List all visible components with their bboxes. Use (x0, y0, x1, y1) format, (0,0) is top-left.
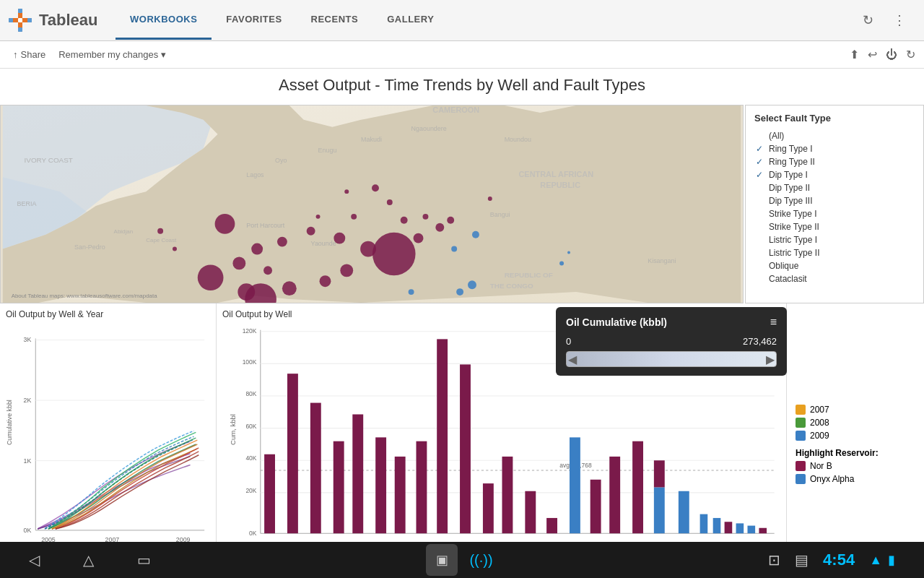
fault-item-ring1[interactable]: ✓ Ring Type I (754, 142, 915, 155)
svg-point-82 (451, 246, 457, 252)
toolbar-right: ⬆ ↩ ⏻ ↻ (850, 48, 915, 61)
screenshot-button[interactable]: ⊡ (768, 551, 780, 569)
svg-rect-4 (27, 18, 32, 22)
slider-title: Oil Cumulative (kbbl) (566, 316, 667, 328)
svg-text:120K: 120K (243, 327, 257, 335)
power-icon[interactable]: ⏻ (886, 48, 897, 61)
svg-text:Enugu: Enugu (318, 147, 337, 154)
logo-area: Tableau (7, 7, 116, 33)
fault-panel-title: Select Fault Type (754, 113, 915, 124)
display-button[interactable]: ▤ (795, 551, 808, 569)
svg-text:IVORY COAST: IVORY COAST (25, 156, 73, 164)
back-button[interactable]: ◁ (29, 551, 40, 569)
legend-year-2007: 2007 (796, 405, 915, 415)
screen-capture-button[interactable]: ▣ (426, 544, 458, 576)
slider-track[interactable]: ◀ ▶ (566, 351, 777, 367)
fault-item-strike1[interactable]: Strike Type I (754, 207, 915, 220)
svg-text:80K: 80K (245, 390, 256, 397)
svg-point-29 (372, 233, 416, 276)
tab-favorites[interactable]: FAVORITES (212, 1, 296, 40)
svg-point-51 (387, 199, 393, 205)
svg-point-35 (320, 275, 331, 287)
fault-item-cataclasit[interactable]: Cataclasit (754, 272, 915, 285)
svg-rect-3 (9, 18, 13, 22)
toolbar: ↑ Share Remember my changes ▾ ⬆ ↩ ⏻ ↻ (0, 41, 924, 69)
slider-left-arrow[interactable]: ◀ (568, 353, 577, 366)
fault-item-strike2[interactable]: Strike Type II (754, 220, 915, 233)
fault-check-strike2 (754, 222, 764, 232)
undo-icon[interactable]: ↩ (868, 48, 877, 61)
svg-text:REPUBLIC: REPUBLIC (540, 181, 580, 189)
svg-text:Cape Coast: Cape Coast (146, 237, 177, 243)
svg-rect-6 (18, 18, 22, 22)
svg-text:THE CONGO: THE CONGO (490, 282, 533, 290)
remember-changes-button[interactable]: Remember my changes ▾ (54, 46, 170, 63)
fault-item-dip3[interactable]: Dip Type III (754, 194, 915, 207)
svg-point-32 (198, 264, 224, 290)
battery-icon: ▮ (888, 552, 895, 568)
svg-rect-2 (18, 9, 22, 13)
svg-rect-141 (725, 522, 733, 533)
clock-display: 4:54 (823, 551, 855, 569)
recents-button[interactable]: ▭ (137, 551, 151, 569)
wifi-icon: ((·)) (469, 552, 492, 569)
android-nav-left: ◁ △ ▭ (29, 551, 151, 569)
svg-point-71 (456, 288, 463, 296)
tab-workbooks[interactable]: WORKBOOKS (116, 1, 212, 40)
upload-icon[interactable]: ⬆ (850, 48, 859, 61)
main-content: Asset Output - Time Trends by Well and F… (0, 69, 924, 577)
refresh-icon[interactable]: ↻ (858, 10, 878, 30)
svg-point-43 (251, 243, 263, 255)
svg-point-37 (360, 241, 376, 257)
svg-text:Cum, kbbl: Cum, kbbl (229, 414, 237, 445)
fault-check-all (754, 131, 764, 141)
svg-point-41 (307, 227, 315, 236)
tab-recents[interactable]: RECENTS (297, 1, 373, 40)
svg-point-40 (334, 233, 345, 244)
svg-point-52 (372, 184, 379, 191)
tab-gallery[interactable]: GALLERY (372, 1, 448, 40)
svg-rect-137 (654, 460, 665, 487)
fault-item-listric2[interactable]: Listric Type II (754, 246, 915, 259)
wifi-status-icon: ▲ (869, 553, 882, 568)
fault-item-ring2[interactable]: ✓ Ring Type II (754, 155, 915, 168)
legend-color-2008 (796, 418, 806, 428)
fault-item-listric1[interactable]: Listric Type I (754, 233, 915, 246)
svg-point-47 (422, 214, 428, 220)
slider-menu-icon[interactable]: ≡ (770, 316, 777, 329)
fault-check-dip1: ✓ (754, 170, 764, 180)
home-button[interactable]: △ (83, 551, 94, 569)
svg-point-57 (488, 197, 492, 201)
fault-item-oblique[interactable]: Oblique (754, 259, 915, 272)
svg-rect-119 (287, 374, 298, 533)
refresh2-icon[interactable]: ↻ (906, 48, 915, 61)
svg-text:Yaounde: Yaounde (311, 240, 336, 247)
svg-point-33 (237, 283, 255, 301)
map-area[interactable]: IVORY COAST BERIA San-Pedro Abidjan Cape… (0, 105, 744, 303)
svg-text:Bangui: Bangui (490, 211, 510, 218)
svg-text:60K: 60K (245, 423, 256, 430)
svg-point-73 (472, 231, 479, 238)
svg-text:Kisangani: Kisangani (648, 257, 676, 264)
fault-check-dip3 (754, 196, 764, 206)
nav-tabs: WORKBOOKS FAVORITES RECENTS GALLERY (116, 1, 858, 40)
fault-check-listric2 (754, 248, 764, 258)
fault-check-listric1 (754, 235, 764, 245)
svg-point-31 (215, 214, 235, 234)
slider-right-arrow[interactable]: ▶ (766, 353, 775, 366)
svg-rect-124 (395, 457, 406, 533)
tableau-logo-icon (7, 7, 33, 33)
svg-rect-128 (483, 483, 494, 533)
svg-rect-143 (748, 526, 756, 534)
svg-point-38 (414, 233, 424, 243)
share-button[interactable]: ↑ Share (9, 46, 50, 63)
svg-text:Ngaoundere: Ngaoundere (411, 125, 447, 132)
fault-item-all[interactable]: (All) (754, 129, 915, 142)
svg-point-48 (447, 217, 454, 224)
more-options-icon[interactable]: ⋮ (889, 10, 910, 30)
left-chart-title: Oil Output by Well & Year (6, 309, 212, 319)
svg-rect-144 (759, 528, 767, 533)
fault-item-dip2[interactable]: Dip Type II (754, 181, 915, 194)
legend-color-2007 (796, 405, 806, 415)
fault-item-dip1[interactable]: ✓ Dip Type I (754, 168, 915, 181)
